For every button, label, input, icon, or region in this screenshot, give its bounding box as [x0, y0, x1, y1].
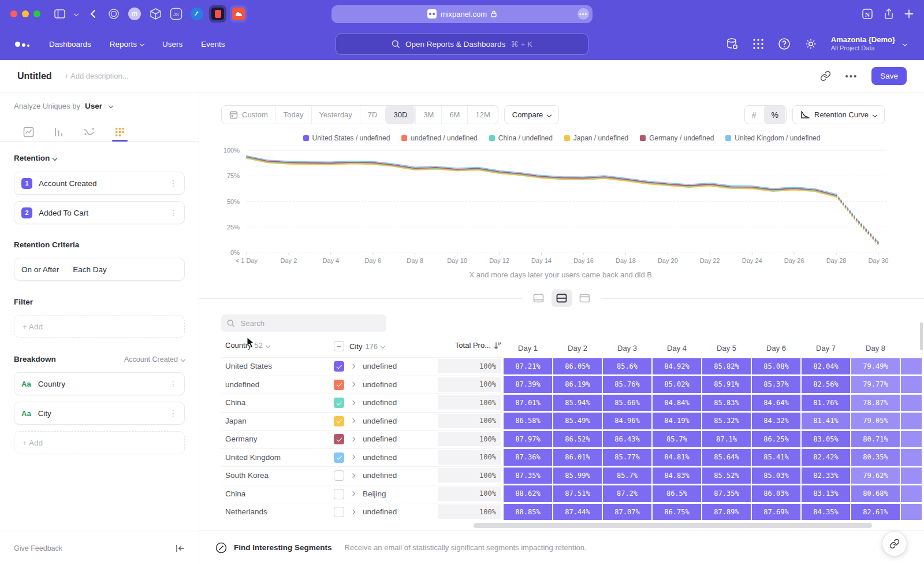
js-app-icon[interactable]: JS: [167, 5, 185, 23]
retention-cell[interactable]: 83.05%: [802, 431, 850, 448]
retention-cell[interactable]: 87.69%: [752, 504, 800, 521]
more-actions-button[interactable]: •••: [845, 71, 858, 81]
retention-cell[interactable]: 87.2%: [603, 485, 651, 502]
expand-row-icon[interactable]: [351, 376, 355, 394]
global-search[interactable]: Open Reports & Dashboards ⌘ + K: [336, 34, 588, 55]
date-range-3m[interactable]: 3M: [415, 106, 441, 124]
retention-cell[interactable]: 84.84%: [653, 395, 701, 411]
expand-row-icon[interactable]: [351, 448, 355, 467]
retention-cell[interactable]: 88.62%: [504, 485, 552, 502]
retention-cell[interactable]: 84.83%: [653, 467, 701, 484]
day-column-header[interactable]: Day 3: [603, 344, 651, 352]
day-column-header[interactable]: Day 4: [653, 344, 701, 352]
retention-cell[interactable]: 85.91%: [702, 376, 751, 393]
date-range-7d[interactable]: 7D: [360, 106, 385, 124]
country-column-header[interactable]: Country 52: [225, 341, 270, 350]
retention-cell[interactable]: 80.68%: [851, 485, 900, 502]
swan-app-icon[interactable]: [188, 5, 206, 23]
table-search[interactable]: [221, 314, 386, 332]
share-icon[interactable]: [884, 8, 894, 20]
retention-step-2[interactable]: 2 Added To Cart ⋮: [14, 201, 185, 224]
nav-item-reports[interactable]: Reports: [110, 40, 144, 49]
kebab-menu-icon[interactable]: ⋮: [169, 409, 177, 418]
day-column-header[interactable]: Day 5: [702, 344, 751, 352]
expand-row-icon[interactable]: [351, 412, 355, 431]
retention-cell[interactable]: 87.51%: [553, 485, 602, 502]
retention-cell[interactable]: 83.13%: [802, 485, 850, 502]
legend-item[interactable]: United States / undefined: [303, 134, 390, 142]
row-visibility-checkbox[interactable]: [334, 416, 344, 426]
split-view-icon[interactable]: [552, 290, 572, 307]
legend-item[interactable]: Japan / undefined: [564, 134, 628, 142]
date-range-12m[interactable]: 12M: [467, 106, 497, 124]
save-button[interactable]: Save: [871, 67, 907, 85]
cube-app-icon[interactable]: [147, 5, 164, 23]
retention-cell[interactable]: 85.49%: [553, 413, 602, 429]
data-management-icon[interactable]: [726, 38, 739, 50]
row-visibility-checkbox[interactable]: [334, 380, 344, 390]
table-search-input[interactable]: [240, 318, 381, 328]
nav-item-dashboards[interactable]: Dashboards: [49, 40, 91, 49]
horizontal-scrollbar[interactable]: [474, 523, 872, 528]
city-column-header[interactable]: City 176: [334, 341, 385, 351]
close-window-button[interactable]: [10, 10, 17, 17]
row-visibility-checkbox[interactable]: [334, 361, 344, 372]
retention-cell[interactable]: 85.66%: [603, 395, 651, 411]
retention-cell[interactable]: 87.44%: [553, 504, 602, 521]
retention-cell[interactable]: 81.41%: [802, 413, 850, 429]
retention-cell[interactable]: 86.03%: [752, 485, 800, 502]
retention-cell[interactable]: 85.77%: [603, 449, 651, 466]
retention-cell[interactable]: 84.19%: [653, 413, 701, 429]
retention-cell[interactable]: 85.83%: [702, 395, 751, 411]
help-icon[interactable]: [778, 38, 791, 50]
compare-button[interactable]: Compare: [504, 105, 559, 124]
retention-cell[interactable]: 88.85%: [504, 504, 552, 521]
day-column-header[interactable]: Day 8: [851, 344, 900, 352]
retention-cell[interactable]: 86.5%: [653, 485, 701, 502]
notion-extension-icon[interactable]: N: [862, 8, 873, 20]
row-visibility-checkbox[interactable]: [334, 489, 344, 499]
maximize-window-button[interactable]: [33, 10, 40, 17]
apps-grid-icon[interactable]: [752, 38, 764, 50]
row-visibility-checkbox[interactable]: [334, 452, 344, 463]
share-link-fab[interactable]: [882, 532, 907, 556]
minimize-window-button[interactable]: [22, 10, 29, 17]
retention-step-1[interactable]: 1 Account Created ⋮: [14, 172, 185, 195]
retention-cell[interactable]: 84.96%: [603, 413, 651, 429]
retention-cell[interactable]: 82.61%: [851, 504, 900, 521]
retention-cell[interactable]: 82.33%: [802, 467, 850, 484]
retention-cell[interactable]: 78.87%: [851, 395, 900, 411]
retention-cell[interactable]: 86.19%: [553, 376, 602, 393]
row-visibility-checkbox[interactable]: [334, 470, 344, 481]
retention-cell[interactable]: 84.32%: [752, 413, 800, 429]
retention-cell[interactable]: 87.35%: [702, 485, 751, 502]
retention-cell[interactable]: 82.56%: [802, 376, 850, 393]
legend-item[interactable]: United Kingdom / undefined: [725, 134, 820, 142]
copy-link-icon[interactable]: [820, 70, 831, 81]
nav-item-events[interactable]: Events: [201, 40, 225, 49]
address-more-icon[interactable]: •••: [578, 8, 589, 20]
retention-cell[interactable]: 79.77%: [851, 376, 900, 393]
expand-row-icon[interactable]: [351, 430, 355, 448]
series-line:undefined / undefined[interactable]: [836, 196, 878, 243]
retention-cell[interactable]: 79.49%: [851, 358, 900, 375]
nav-item-users[interactable]: Users: [162, 40, 182, 49]
retention-cell[interactable]: 85.99%: [553, 467, 602, 484]
retention-cell[interactable]: 87.07%: [603, 504, 651, 521]
total-column-header[interactable]: Total Pro...: [445, 341, 501, 350]
breakdown-city[interactable]: Aa City ⋮: [14, 402, 185, 425]
chart-only-view-icon[interactable]: [528, 290, 549, 307]
retention-cell[interactable]: 87.35%: [504, 467, 552, 484]
target-app-icon[interactable]: [105, 5, 122, 23]
add-description[interactable]: + Add description...: [65, 72, 129, 80]
retention-cell[interactable]: 85.7%: [653, 431, 701, 448]
date-range-today[interactable]: Today: [275, 106, 311, 124]
mixpanel-logo-icon[interactable]: [15, 42, 29, 47]
retention-cell[interactable]: 85.37%: [752, 376, 800, 393]
tab-flows[interactable]: [83, 123, 95, 141]
retention-cell[interactable]: 85.82%: [702, 358, 751, 375]
retention-cell[interactable]: 87.36%: [504, 449, 552, 466]
retention-cell[interactable]: 87.21%: [504, 358, 552, 375]
kebab-menu-icon[interactable]: ⋮: [169, 379, 177, 388]
retention-cell[interactable]: 85.6%: [603, 358, 651, 375]
